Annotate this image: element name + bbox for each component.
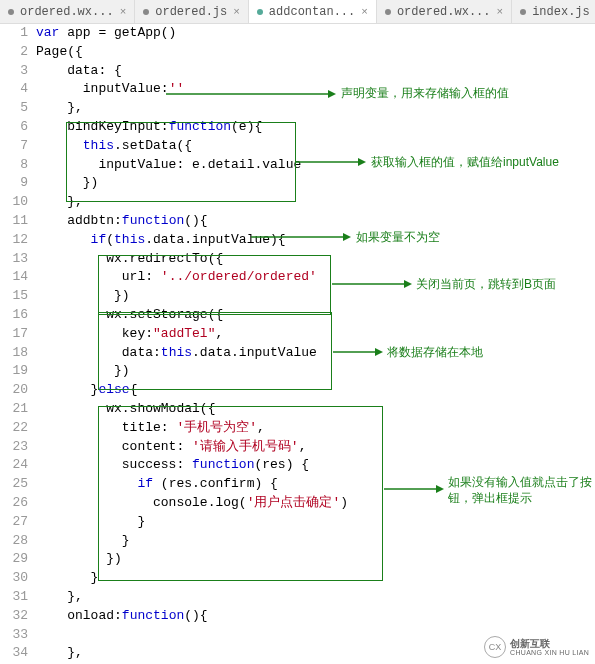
annotation-text: 关闭当前页，跳转到B页面 [416, 277, 556, 293]
line-number: 26 [0, 494, 28, 513]
line-number: 6 [0, 118, 28, 137]
close-icon[interactable]: × [233, 6, 240, 18]
line-number: 12 [0, 231, 28, 250]
line-number: 14 [0, 268, 28, 287]
line-number: 28 [0, 532, 28, 551]
tab-label: ordered.wx... [397, 5, 491, 19]
close-icon[interactable]: × [120, 6, 127, 18]
code-line[interactable]: }) [36, 174, 595, 193]
code-line[interactable]: if(this.data.inputValue){ [36, 231, 595, 250]
annotation-text: 将数据存储在本地 [387, 345, 483, 361]
close-icon[interactable]: × [361, 6, 368, 18]
tab-label: ordered.wx... [20, 5, 114, 19]
tab-dot-icon [8, 9, 14, 15]
code-line[interactable]: }else{ [36, 381, 595, 400]
line-number: 4 [0, 80, 28, 99]
tab-index-js[interactable]: index.js× [512, 0, 595, 23]
line-number: 7 [0, 137, 28, 156]
code-line[interactable]: title: '手机号为空', [36, 419, 595, 438]
line-number: 24 [0, 456, 28, 475]
line-number: 10 [0, 193, 28, 212]
tab-label: addcontan... [269, 5, 355, 19]
code-line[interactable]: data: { [36, 62, 595, 81]
tab-label: index.js [532, 5, 590, 19]
watermark-url: CHUANG XIN HU LIAN [510, 649, 589, 657]
tab-ordered-wx[interactable]: ordered.wx...× [0, 0, 135, 23]
annotation-text: 声明变量，用来存储输入框的值 [341, 86, 509, 102]
line-number: 31 [0, 588, 28, 607]
code-line[interactable]: this.setData({ [36, 137, 595, 156]
tab-bar: ordered.wx...× ordered.js× addcontan...×… [0, 0, 595, 24]
code-line[interactable]: } [36, 532, 595, 551]
line-gutter: 1234567891011121314151617181920212223242… [0, 24, 36, 663]
line-number: 19 [0, 362, 28, 381]
line-number: 1 [0, 24, 28, 43]
line-number: 3 [0, 62, 28, 81]
code-line[interactable]: }, [36, 99, 595, 118]
line-number: 20 [0, 381, 28, 400]
code-line[interactable]: }) [36, 550, 595, 569]
line-number: 15 [0, 287, 28, 306]
line-number: 27 [0, 513, 28, 532]
tab-label: ordered.js [155, 5, 227, 19]
watermark: CX 创新互联 CHUANG XIN HU LIAN [484, 636, 589, 658]
line-number: 25 [0, 475, 28, 494]
tab-addcontan[interactable]: addcontan...× [249, 0, 377, 23]
watermark-name: 创新互联 [510, 638, 589, 649]
line-number: 2 [0, 43, 28, 62]
line-number: 13 [0, 250, 28, 269]
annotation-text: 如果没有输入值就点击了按钮，弹出框提示 [448, 475, 593, 506]
code-line[interactable]: wx.showModal({ [36, 400, 595, 419]
code-line[interactable]: success: function(res) { [36, 456, 595, 475]
line-number: 33 [0, 626, 28, 645]
watermark-logo-icon: CX [484, 636, 506, 658]
code-line[interactable]: key:"addTel", [36, 325, 595, 344]
line-number: 34 [0, 644, 28, 663]
tab-dot-icon [143, 9, 149, 15]
code-line[interactable]: onload:function(){ [36, 607, 595, 626]
line-number: 11 [0, 212, 28, 231]
line-number: 22 [0, 419, 28, 438]
tab-dot-icon [385, 9, 391, 15]
code-line[interactable]: } [36, 569, 595, 588]
line-number: 29 [0, 550, 28, 569]
tab-ordered-wx2[interactable]: ordered.wx...× [377, 0, 512, 23]
code-line[interactable]: wx.setStorage({ [36, 306, 595, 325]
line-number: 23 [0, 438, 28, 457]
line-number: 16 [0, 306, 28, 325]
code-line[interactable]: content: '请输入手机号码', [36, 438, 595, 457]
line-number: 17 [0, 325, 28, 344]
code-line[interactable]: wx.redirectTo({ [36, 250, 595, 269]
code-line[interactable]: inputValue:'' [36, 80, 595, 99]
line-number: 32 [0, 607, 28, 626]
annotation-text: 获取输入框的值，赋值给inputValue [371, 155, 559, 171]
code-line[interactable]: }) [36, 362, 595, 381]
line-number: 30 [0, 569, 28, 588]
code-line[interactable]: addbtn:function(){ [36, 212, 595, 231]
line-number: 21 [0, 400, 28, 419]
close-icon[interactable]: × [497, 6, 504, 18]
code-editor[interactable]: 1234567891011121314151617181920212223242… [0, 24, 595, 663]
code-line[interactable]: bindKeyInput:function(e){ [36, 118, 595, 137]
line-number: 18 [0, 344, 28, 363]
tab-dot-icon [257, 9, 263, 15]
code-line[interactable]: } [36, 513, 595, 532]
code-line[interactable]: data:this.data.inputValue [36, 344, 595, 363]
code-area[interactable]: var app = getApp()Page({ data: { inputVa… [36, 24, 595, 663]
tab-ordered-js[interactable]: ordered.js× [135, 0, 249, 23]
tab-dot-icon [520, 9, 526, 15]
code-line[interactable]: var app = getApp() [36, 24, 595, 43]
line-number: 5 [0, 99, 28, 118]
annotation-text: 如果变量不为空 [356, 230, 440, 246]
code-line[interactable]: Page({ [36, 43, 595, 62]
line-number: 8 [0, 156, 28, 175]
code-line[interactable]: }, [36, 588, 595, 607]
line-number: 9 [0, 174, 28, 193]
code-line[interactable]: }, [36, 193, 595, 212]
